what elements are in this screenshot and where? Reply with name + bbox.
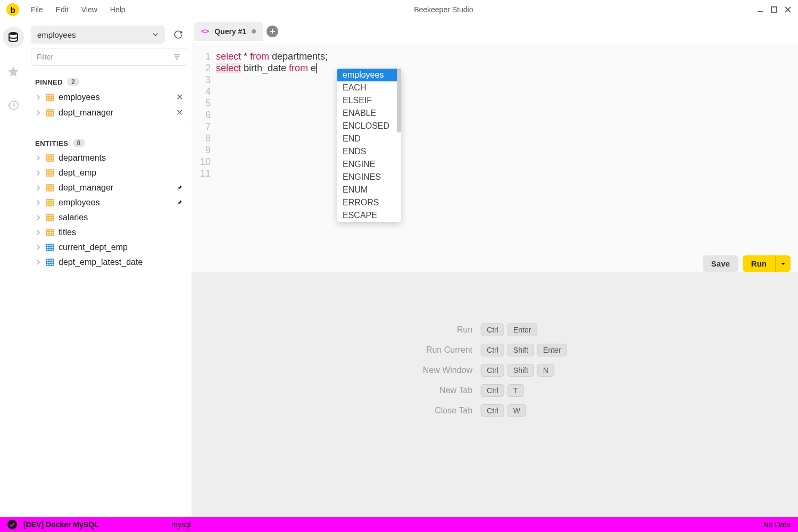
unpin-icon[interactable]: ✕ bbox=[176, 92, 183, 102]
svg-rect-1 bbox=[771, 7, 777, 12]
history-icon[interactable] bbox=[3, 95, 24, 116]
item-label: employees bbox=[59, 93, 99, 102]
tab-query-1[interactable]: <> Query #1 bbox=[194, 22, 263, 41]
menubar: File Edit View Help bbox=[26, 3, 131, 16]
pinned-header[interactable]: PINNED 2 bbox=[31, 74, 187, 89]
sql-editor[interactable]: 1234567891011 select * from departments;… bbox=[192, 44, 798, 272]
filter-input[interactable]: Filter bbox=[31, 48, 187, 66]
key-ctrl: Ctrl bbox=[481, 364, 504, 377]
hint-label: Run Current bbox=[423, 345, 472, 355]
pinned-label: PINNED bbox=[35, 78, 63, 86]
autocomplete-item[interactable]: ESCAPE bbox=[337, 209, 401, 222]
run-button[interactable]: Run bbox=[743, 255, 775, 272]
maximize-icon[interactable] bbox=[770, 6, 778, 13]
close-icon[interactable] bbox=[784, 6, 792, 13]
item-label: dept_emp bbox=[59, 168, 96, 178]
svg-rect-39 bbox=[46, 214, 54, 221]
entity-item[interactable]: departments bbox=[31, 151, 187, 165]
editor-toolbar: Save Run bbox=[703, 255, 791, 272]
item-label: salaries bbox=[59, 213, 88, 222]
star-icon[interactable] bbox=[3, 61, 24, 82]
svg-rect-19 bbox=[46, 155, 54, 161]
scrollbar[interactable] bbox=[397, 69, 401, 132]
key-ctrl: Ctrl bbox=[481, 404, 504, 417]
hint-keys: CtrlEnter bbox=[481, 323, 567, 336]
entity-item[interactable]: titles bbox=[31, 225, 187, 240]
autocomplete-item[interactable]: END bbox=[337, 132, 401, 145]
content-area: <> Query #1 + 1234567891011 select * fro… bbox=[192, 19, 798, 517]
key-ctrl: Ctrl bbox=[481, 384, 504, 397]
connection-ok-icon bbox=[7, 520, 17, 529]
dirty-indicator-icon bbox=[252, 29, 256, 34]
filter-icon bbox=[173, 53, 181, 61]
entities-header[interactable]: ENTITIES 8 bbox=[31, 136, 187, 151]
entity-item[interactable]: salaries bbox=[31, 210, 187, 225]
autocomplete-item[interactable]: ENDS bbox=[337, 145, 401, 158]
autocomplete-item[interactable]: EACH bbox=[337, 81, 401, 94]
pin-icon[interactable] bbox=[176, 184, 183, 192]
key-w: W bbox=[508, 404, 526, 417]
autocomplete-item[interactable]: ENGINES bbox=[337, 171, 401, 184]
engine-name: mysql bbox=[171, 520, 191, 529]
key-t: T bbox=[508, 384, 524, 397]
code-area[interactable]: select * from departments;select birth_d… bbox=[216, 51, 798, 179]
hint-label: Run bbox=[423, 325, 472, 335]
pinned-item[interactable]: employees✕ bbox=[31, 89, 187, 105]
autocomplete-item[interactable]: ENABLE bbox=[337, 107, 401, 120]
hint-keys: CtrlT bbox=[481, 384, 567, 397]
key-ctrl: Ctrl bbox=[481, 344, 504, 356]
statusbar: [DEV] Docker MySQL mysql No Data bbox=[0, 517, 798, 532]
svg-rect-29 bbox=[46, 185, 54, 191]
svg-point-4 bbox=[9, 32, 18, 35]
entities-label: ENTITIES bbox=[35, 139, 69, 147]
entity-item[interactable]: dept_emp_latest_date bbox=[31, 255, 187, 270]
autocomplete-item[interactable]: ENCLOSED bbox=[337, 120, 401, 132]
tab-bar: <> Query #1 + bbox=[192, 19, 798, 44]
unpin-icon[interactable]: ✕ bbox=[176, 107, 183, 118]
key-ctrl: Ctrl bbox=[481, 323, 504, 336]
autocomplete-item[interactable]: ENGINE bbox=[337, 158, 401, 171]
entity-item[interactable]: employees bbox=[31, 195, 187, 210]
item-label: employees bbox=[59, 198, 99, 207]
svg-rect-9 bbox=[46, 94, 54, 101]
hint-label: New Window bbox=[423, 365, 472, 375]
autocomplete-item[interactable]: employees bbox=[337, 69, 401, 81]
key-enter: Enter bbox=[508, 323, 537, 336]
tab-label: Query #1 bbox=[214, 27, 246, 36]
hint-keys: CtrlShiftN bbox=[481, 364, 567, 377]
run-dropdown[interactable] bbox=[775, 255, 791, 272]
minimize-icon[interactable] bbox=[757, 6, 764, 13]
sidebar: employees Filter PINNED 2 employees✕dept… bbox=[27, 19, 192, 517]
database-select[interactable]: employees bbox=[31, 26, 165, 44]
menu-edit[interactable]: Edit bbox=[51, 3, 74, 16]
hint-label: Close Tab bbox=[423, 406, 472, 415]
svg-rect-54 bbox=[46, 259, 54, 265]
database-icon[interactable] bbox=[3, 27, 24, 48]
svg-rect-14 bbox=[46, 110, 54, 116]
entity-item[interactable]: dept_emp bbox=[31, 165, 187, 180]
key-enter: Enter bbox=[537, 344, 567, 356]
autocomplete-item[interactable]: ELSEIF bbox=[337, 94, 401, 107]
menu-view[interactable]: View bbox=[76, 3, 103, 16]
entity-item[interactable]: current_dept_emp bbox=[31, 240, 187, 255]
connection-name[interactable]: [DEV] Docker MySQL bbox=[23, 520, 99, 529]
database-select-value: employees bbox=[37, 30, 76, 39]
menu-file[interactable]: File bbox=[26, 3, 48, 16]
add-tab-button[interactable]: + bbox=[267, 26, 278, 37]
divider bbox=[31, 128, 187, 128]
autocomplete-item[interactable]: ERRORS bbox=[337, 196, 401, 209]
menu-help[interactable]: Help bbox=[105, 3, 131, 16]
key-shift: Shift bbox=[508, 364, 534, 377]
autocomplete-item[interactable]: ENUM bbox=[337, 184, 401, 196]
hint-label: New Tab bbox=[423, 386, 472, 395]
save-button[interactable]: Save bbox=[703, 255, 738, 272]
pinned-count: 2 bbox=[67, 78, 79, 86]
pin-icon[interactable] bbox=[176, 199, 183, 206]
hint-keys: CtrlW bbox=[481, 404, 567, 417]
svg-rect-44 bbox=[46, 229, 54, 236]
refresh-button[interactable] bbox=[169, 26, 187, 44]
autocomplete-popup[interactable]: employeesEACHELSEIFENABLEENCLOSEDENDENDS… bbox=[337, 69, 401, 222]
pinned-item[interactable]: dept_manager✕ bbox=[31, 105, 187, 120]
entity-item[interactable]: dept_manager bbox=[31, 180, 187, 195]
titlebar: b File Edit View Help Beekeeper Studio bbox=[0, 0, 798, 19]
